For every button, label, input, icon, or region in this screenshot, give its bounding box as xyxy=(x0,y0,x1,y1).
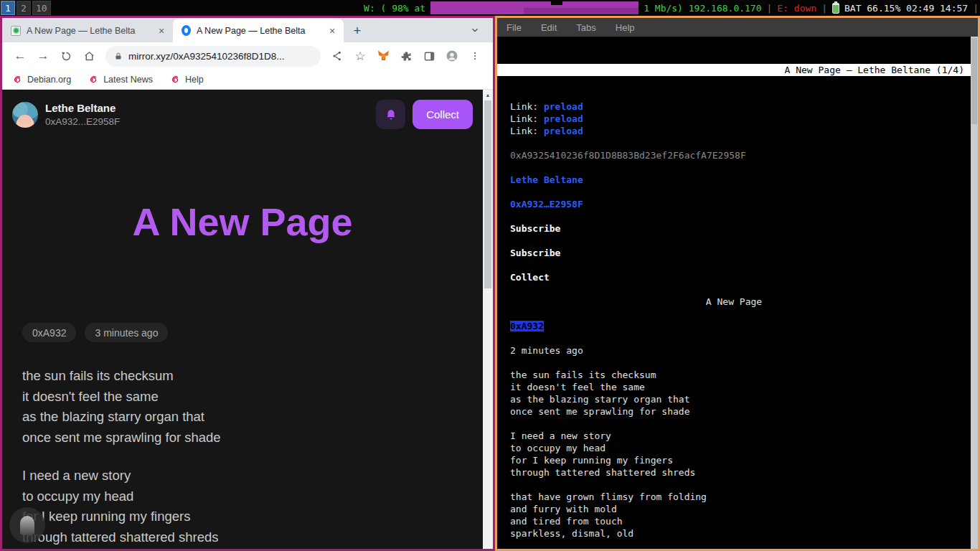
terminal-link[interactable]: preload xyxy=(544,126,583,136)
page-scrollbar[interactable]: ▲ xyxy=(483,90,493,549)
separator: | xyxy=(973,3,979,14)
page-content: Lethe Beltane 0xA932...E2958F Collect A … xyxy=(2,90,493,549)
workspace-list: 1210 xyxy=(1,1,51,15)
poem-stanza: I need a new storyto occupy my headfor I… xyxy=(22,466,483,548)
terminal-selected-link[interactable]: 0xA932 xyxy=(510,321,544,331)
terminal-text: and tired from touch xyxy=(510,516,623,527)
battery-icon xyxy=(832,3,839,14)
debian-swirl-icon xyxy=(12,74,23,85)
terminal-link[interactable]: preload xyxy=(544,101,583,112)
tab-search-chevron-icon[interactable] xyxy=(467,22,483,38)
terminal-lines: Link: preloadLink: preloadLink: preload … xyxy=(497,100,971,549)
side-panel-icon[interactable] xyxy=(418,45,440,67)
author-address[interactable]: 0xA932...E2958F xyxy=(45,116,376,127)
terminal-text: Subscribe xyxy=(510,248,560,258)
tag-pill: 0xA932 xyxy=(22,323,76,342)
author-name[interactable]: Lethe Beltane xyxy=(45,102,376,114)
system-status-bar: 1210 W: ( 98% at 1 Mb/s) 192.168.0.170 |… xyxy=(0,0,980,16)
terminal-line: the sun fails its checksum xyxy=(497,369,971,381)
wifi-status: W: ( 98% at xyxy=(364,3,425,14)
terminal-line: I need a new story xyxy=(497,430,971,442)
ethernet-status: E: down xyxy=(777,3,816,14)
terminal-line xyxy=(497,418,971,430)
address-bar[interactable]: mirror.xyz/0xA9325410236f8D1D8... xyxy=(105,46,321,67)
back-icon[interactable]: ← xyxy=(9,45,31,67)
menu-dots-icon[interactable] xyxy=(464,45,486,67)
bookmark-debian-org[interactable]: Debian.org xyxy=(12,74,71,85)
terminal-line: through tattered shattered shreds xyxy=(497,466,971,479)
terminal-menu-edit[interactable]: Edit xyxy=(541,22,557,33)
terminal-line: Link: preload xyxy=(497,113,971,125)
tab-1[interactable]: A New Page — Lethe Belta × xyxy=(2,19,173,42)
separator: | xyxy=(767,3,773,14)
workspace-button-2[interactable]: 2 xyxy=(17,1,31,15)
workspace-button-10[interactable]: 10 xyxy=(32,1,51,15)
terminal-line xyxy=(497,540,971,549)
battery-clock-status: BAT 66.15% 02:49 14:57 xyxy=(844,3,968,14)
terminal-line: to occupy my head xyxy=(497,442,971,454)
status-line: W: ( 98% at 1 Mb/s) 192.168.0.170 | E: d… xyxy=(330,0,979,16)
terminal-window: FileEditTabsHelp A New Page — Lethe Belt… xyxy=(495,16,980,551)
bookmark-label: Latest News xyxy=(103,75,153,85)
terminal-text: once sent me sprawling for shade xyxy=(510,406,689,417)
author-avatar[interactable] xyxy=(12,102,38,128)
terminal-text: to occupy my head xyxy=(510,443,606,453)
bookmark-star-icon[interactable]: ☆ xyxy=(349,45,371,67)
terminal-screen: A New Page — Lethe Beltane (1/4) Link: p… xyxy=(497,37,971,549)
terminal-scrollbar[interactable] xyxy=(971,37,978,549)
separator: | xyxy=(821,3,827,14)
terminal-line: Link: preload xyxy=(497,100,971,113)
scrollbar-thumb[interactable] xyxy=(484,100,491,288)
bookmark-label: Debian.org xyxy=(27,75,71,85)
share-icon[interactable] xyxy=(326,45,348,67)
mirror-favicon xyxy=(182,25,191,36)
terminal-line: 0xA932 xyxy=(497,320,971,332)
terminal-link[interactable]: 0xA932…E2958F xyxy=(510,199,583,209)
url-text: mirror.xyz/0xA9325410236f8D1D8... xyxy=(128,51,285,62)
terminal-line xyxy=(497,161,971,174)
terminal-menu-tabs[interactable]: Tabs xyxy=(576,22,595,33)
extensions-puzzle-icon[interactable] xyxy=(395,45,417,67)
tab-close-icon[interactable]: × xyxy=(326,25,338,37)
terminal-link[interactable]: preload xyxy=(544,113,583,124)
debian-swirl-icon xyxy=(170,74,181,85)
floating-subscribe-button[interactable] xyxy=(9,507,45,543)
terminal-line: 0xA9325410236f8D1D8B83Bd23ef2F6acfA7E295… xyxy=(497,149,971,161)
collect-button[interactable]: Collect xyxy=(413,100,473,129)
new-tab-button[interactable]: + xyxy=(348,22,367,40)
tab-2-active[interactable]: A New Page — Lethe Belta × xyxy=(173,19,344,42)
terminal-line: 0xA932…E2958F xyxy=(497,198,971,210)
metamask-fox-icon[interactable] xyxy=(372,45,394,67)
terminal-line xyxy=(497,308,971,320)
terminal-text: for I keep running my fingers xyxy=(510,455,673,466)
bookmark-help[interactable]: Help xyxy=(170,74,204,85)
workspace-button-1[interactable]: 1 xyxy=(1,1,15,15)
bookmark-label: Help xyxy=(185,75,204,85)
terminal-line: and tired from touch xyxy=(497,515,971,527)
home-icon[interactable] xyxy=(78,45,100,67)
terminal-line xyxy=(497,186,971,198)
poem-stanza: the sun fails its checksumit doesn't fee… xyxy=(22,366,483,448)
scrollbar-thumb[interactable] xyxy=(971,38,977,124)
terminal-line: Subscribe xyxy=(497,247,971,259)
subscribe-bell-button[interactable] xyxy=(376,100,405,129)
terminal-text: that have grown flimsy from folding xyxy=(510,491,707,502)
bookmark-latest-news[interactable]: Latest News xyxy=(88,74,153,85)
terminal-text: 0xA9325410236f8D1D8B83Bd23ef2F6acfA7E295… xyxy=(510,150,746,161)
tag-pill: 3 minutes ago xyxy=(85,323,168,342)
terminal-menu-help[interactable]: Help xyxy=(616,22,635,33)
terminal-text: sparkless, dismal, old xyxy=(510,528,633,539)
w3m-title-line: A New Page — Lethe Beltane (1/4) xyxy=(497,64,971,76)
terminal-menu-file[interactable]: File xyxy=(507,22,522,33)
scroll-up-arrow-icon[interactable]: ▲ xyxy=(483,90,493,100)
page-header: Lethe Beltane 0xA932...E2958F Collect xyxy=(2,90,483,129)
terminal-link[interactable]: Lethe Beltane xyxy=(510,174,583,185)
terminal-line: that have grown flimsy from folding xyxy=(497,491,971,503)
profile-avatar-icon[interactable] xyxy=(441,45,463,67)
terminal-text: and furry with mold xyxy=(510,504,617,514)
terminal-text: the sun fails its checksum xyxy=(510,369,656,380)
terminal-text: Subscribe xyxy=(510,223,560,234)
forward-icon[interactable]: → xyxy=(32,45,54,67)
tab-close-icon[interactable]: × xyxy=(156,25,167,37)
reload-icon[interactable] xyxy=(55,45,77,67)
